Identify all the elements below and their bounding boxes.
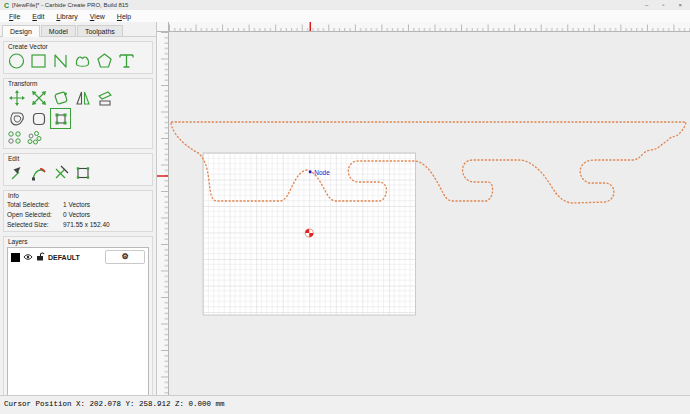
node-edit-icon[interactable] [29,163,48,182]
info-label: Info [8,192,19,199]
scale-icon[interactable] [29,88,48,107]
maximize-icon[interactable]: ▫ [662,2,664,8]
tab-toolpaths[interactable]: Toolpaths [77,25,123,36]
align-icon[interactable] [51,109,70,128]
origin-marker [305,229,313,237]
edit-label: Edit [8,155,19,162]
transform-label: Transform [8,80,37,87]
rectangle-tool-icon[interactable] [29,51,48,70]
transform-group: Transform [3,78,153,149]
layer-color-swatch[interactable] [11,253,20,262]
menu-library[interactable]: Library [50,12,83,21]
info-total-selected: Total Selected: 1 Vectors [7,201,149,208]
left-ruler [157,32,169,395]
layer-name: DEFAULT [48,254,80,261]
status-bar: Cursor Position X: 202.078 Y: 258.912 Z:… [0,395,690,414]
canvas-area[interactable]: Node [157,22,690,395]
circular-array-icon[interactable] [26,130,42,145]
tab-model[interactable]: Model [41,25,76,36]
node-tooltip: Node [314,169,330,176]
app-window: C [NewFile]* - Carbide Create PRO, Build… [0,0,690,414]
info-open-selected-value: 0 Vectors [63,211,90,218]
curve-tool-icon[interactable] [73,51,92,70]
info-selected-size-value: 971.55 x 152.40 [63,221,110,228]
unlock-icon[interactable] [36,252,45,262]
eye-icon[interactable] [23,253,33,262]
select-icon[interactable] [7,163,26,182]
info-open-selected: Open Selected: 0 Vectors [7,211,149,218]
tab-bar: Design Model Toolpaths [0,22,156,37]
offset-icon[interactable] [7,109,26,128]
sidebar: Design Model Toolpaths Create Vector [0,22,157,395]
minimize-icon[interactable]: – [645,2,648,8]
ruler-corner [157,22,169,32]
layers-group: Layers DEFAULT ⚙ [3,236,153,409]
menu-edit[interactable]: Edit [26,12,50,21]
skew-icon[interactable] [95,88,114,107]
app-logo-icon: C [4,2,9,9]
drawing-surface[interactable]: Node [169,32,690,395]
menu-file[interactable]: File [3,12,26,21]
title-bar: C [NewFile]* - Carbide Create PRO, Build… [0,0,690,10]
create-vector-group: Create Vector [3,41,153,74]
layers-label: Layers [8,238,28,245]
top-ruler [169,22,690,32]
info-group: Info Total Selected: 1 Vectors Open Sele… [3,190,153,232]
round-rect-icon[interactable] [29,109,48,128]
menu-view[interactable]: View [84,12,111,21]
trim-icon[interactable] [51,163,70,182]
polygon-tool-icon[interactable] [95,51,114,70]
edit-group: Edit [3,153,153,186]
window-title: [NewFile]* - Carbide Create PRO, Build 8… [12,2,128,8]
move-icon[interactable] [7,88,26,107]
text-tool-icon[interactable] [117,51,136,70]
rotate-icon[interactable] [51,88,70,107]
tab-design[interactable]: Design [2,25,40,37]
close-icon[interactable]: × [678,2,682,8]
layer-row-default[interactable]: DEFAULT ⚙ [8,248,148,266]
linear-array-icon[interactable] [7,130,23,145]
layers-list: DEFAULT ⚙ [7,247,149,405]
cursor-position-readout: Cursor Position X: 202.078 Y: 258.912 Z:… [4,400,225,408]
circle-tool-icon[interactable] [7,51,26,70]
polyline-tool-icon[interactable] [51,51,70,70]
info-total-selected-value: 1 Vectors [63,201,90,208]
mirror-icon[interactable] [73,88,92,107]
menu-help[interactable]: Help [111,12,137,21]
gear-icon[interactable]: ⚙ [105,250,145,264]
boolean-icon[interactable] [73,163,92,182]
create-vector-label: Create Vector [8,43,48,50]
info-selected-size: Selected Size: 971.55 x 152.40 [7,221,149,228]
